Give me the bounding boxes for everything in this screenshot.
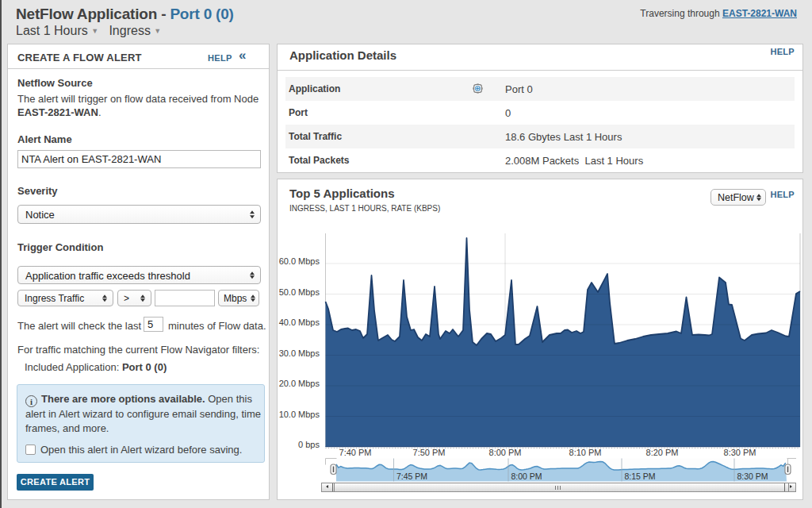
svg-text:8:30 PM: 8:30 PM	[737, 471, 768, 481]
svg-text:10.0 Mbps: 10.0 Mbps	[279, 410, 320, 419]
svg-text:0 bps: 0 bps	[298, 440, 320, 449]
svg-text:8:00 PM: 8:00 PM	[489, 448, 522, 457]
svg-text:8:00 PM: 8:00 PM	[511, 471, 542, 481]
svg-text:40.0 Mbps: 40.0 Mbps	[279, 318, 320, 327]
svg-text:30.0 Mbps: 30.0 Mbps	[279, 348, 320, 358]
svg-text:8:30 PM: 8:30 PM	[724, 448, 756, 457]
svg-text:7:50 PM: 7:50 PM	[413, 448, 446, 457]
svg-text:20.0 Mbps: 20.0 Mbps	[279, 379, 320, 388]
svg-text:7:40 PM: 7:40 PM	[339, 448, 372, 457]
svg-text:7:45 PM: 7:45 PM	[396, 471, 427, 481]
svg-text:8:20 PM: 8:20 PM	[646, 448, 679, 457]
svg-text:50.0 Mbps: 50.0 Mbps	[279, 287, 320, 297]
svg-text:8:15 PM: 8:15 PM	[625, 471, 656, 481]
svg-text:60.0 Mbps: 60.0 Mbps	[279, 256, 320, 266]
svg-text:8:10 PM: 8:10 PM	[569, 448, 602, 457]
